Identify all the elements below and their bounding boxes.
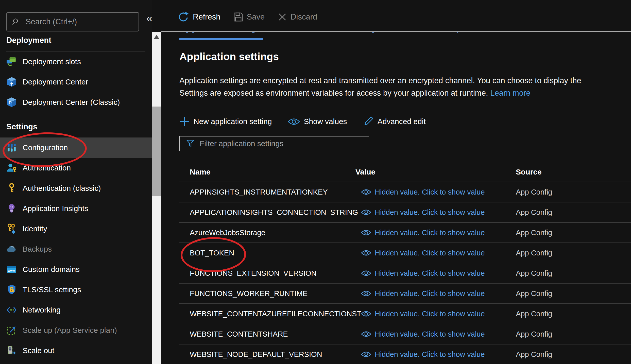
setting-name: WEBSITE_CONTENTAZUREFILECONNECTIONST: [190, 304, 361, 324]
setting-value-cell: Hidden value. Click to show value: [361, 243, 485, 263]
setting-source: App Config: [516, 223, 552, 242]
sidebar-item-label: Scale up (App Service plan): [23, 326, 117, 335]
hidden-value-link[interactable]: Hidden value. Click to show value: [375, 188, 485, 196]
table-row[interactable]: FUNCTIONS_EXTENSION_VERSION Hidden value…: [179, 263, 631, 284]
setting-name: FUNCTIONS_WORKER_RUNTIME: [190, 284, 308, 303]
hidden-value-link[interactable]: Hidden value. Click to show value: [375, 249, 485, 257]
hidden-value-link[interactable]: Hidden value. Click to show value: [375, 330, 485, 338]
deployment-center-icon: [6, 77, 17, 87]
sidebar-item[interactable]: Deployment slots: [0, 51, 152, 72]
hidden-eye-icon: [361, 188, 371, 196]
advanced-edit-button[interactable]: Advanced edit: [363, 116, 426, 127]
new-application-setting-button[interactable]: New application setting: [179, 116, 272, 127]
table-row[interactable]: WEBSITE_NODE_DEFAULT_VERSION Hidden valu…: [179, 344, 631, 364]
sidebar-item-label: Authentication: [23, 164, 71, 172]
sidebar-item-label: Identity: [23, 224, 47, 233]
setting-value-cell: Hidden value. Click to show value: [361, 324, 485, 344]
hidden-eye-icon: [361, 270, 371, 277]
deployment-items: Deployment slots Deployment Center Dep: [0, 51, 152, 112]
filter-application-settings-box[interactable]: [179, 136, 369, 151]
table-row[interactable]: AzureWebJobsStorage Hidden value. Click …: [179, 223, 631, 243]
configuration-icon: [6, 142, 17, 153]
table-row[interactable]: APPINSIGHTS_INSTRUMENTATIONKEY Hidden va…: [179, 182, 631, 202]
table-row[interactable]: APPLICATIONINSIGHTS_CONNECTION_STRING Hi…: [179, 202, 631, 223]
eye-icon: [288, 117, 300, 126]
setting-value-cell: Hidden value. Click to show value: [361, 263, 485, 283]
setting-value-cell: Hidden value. Click to show value: [361, 202, 485, 222]
sidebar-item-label: Deployment slots: [23, 57, 81, 66]
sidebar-item[interactable]: Authentication: [0, 158, 152, 178]
hidden-value-link[interactable]: Hidden value. Click to show value: [375, 208, 485, 217]
hidden-eye-icon: [361, 249, 371, 256]
scrollbar-thumb[interactable]: [152, 107, 161, 196]
sidebar-item[interactable]: TLS/SSL settings: [0, 280, 152, 300]
table-row[interactable]: WEBSITE_CONTENTSHARE Hidden value. Click…: [179, 324, 631, 344]
show-values-button[interactable]: Show values: [288, 117, 347, 126]
identity-icon: [6, 223, 17, 234]
sidebar-item[interactable]: Application Insights: [0, 198, 152, 219]
save-button[interactable]: Save: [233, 12, 265, 22]
save-icon: [233, 12, 243, 22]
search-icon: [11, 17, 21, 26]
new-application-setting-label: New application setting: [194, 117, 272, 126]
deployment-center-classic-icon: [6, 97, 17, 108]
sidebar-item-label: Application Insights: [23, 204, 88, 213]
hidden-eye-icon: [361, 310, 371, 317]
setting-value-cell: Hidden value. Click to show value: [361, 344, 485, 364]
hidden-eye-icon: [361, 331, 371, 338]
setting-source: App Config: [516, 182, 552, 202]
sidebar-section-deployment: Deployment Deployment slots Deployment: [0, 35, 152, 112]
blade-top-divider: [161, 31, 631, 32]
azure-portal-screen: Deployment Deployment slots Deployment: [0, 0, 631, 364]
hidden-value-link[interactable]: Hidden value. Click to show value: [375, 289, 485, 298]
sidebar-item-label: Networking: [23, 306, 61, 314]
table-row[interactable]: BOT_TOKEN Hidden value. Click to show va…: [179, 243, 631, 263]
settings-action-bar: New application setting Show values Adva…: [179, 116, 426, 127]
sidebar-item[interactable]: Scale up (App Service plan): [0, 320, 152, 340]
scrollbar-up-arrow-icon[interactable]: [152, 32, 161, 42]
sidebar-nav: Deployment Deployment slots Deployment: [0, 35, 152, 361]
setting-name: FUNCTIONS_EXTENSION_VERSION: [190, 263, 317, 283]
networking-icon: [6, 305, 17, 315]
tls-ssl-icon: [6, 284, 17, 295]
setting-source: App Config: [516, 324, 552, 344]
sidebar-item[interactable]: Networking: [0, 300, 152, 320]
sidebar-item[interactable]: Scale out: [0, 340, 152, 361]
scale-out-icon: [6, 345, 17, 356]
hidden-value-link[interactable]: Hidden value. Click to show value: [375, 269, 485, 278]
setting-name: WEBSITE_NODE_DEFAULT_VERSION: [190, 344, 322, 364]
hidden-value-link[interactable]: Hidden value. Click to show value: [375, 350, 485, 359]
table-body: APPINSIGHTS_INSTRUMENTATIONKEY Hidden va…: [179, 182, 631, 364]
setting-name: BOT_TOKEN: [190, 243, 234, 263]
sidebar-item[interactable]: www Custom domains: [0, 259, 152, 280]
setting-source: App Config: [516, 304, 552, 324]
table-row[interactable]: FUNCTIONS_WORKER_RUNTIME Hidden value. C…: [179, 284, 631, 304]
setting-name: WEBSITE_CONTENTSHARE: [190, 324, 288, 344]
sidebar-item[interactable]: Identity: [0, 219, 152, 239]
hidden-value-link[interactable]: Hidden value. Click to show value: [375, 229, 485, 237]
column-header-name: Name: [190, 162, 211, 182]
learn-more-link[interactable]: Learn more: [490, 89, 531, 97]
sidebar-item[interactable]: Backups: [0, 239, 152, 259]
sidebar-search-box[interactable]: [6, 12, 139, 31]
setting-name: AzureWebJobsStorage: [190, 223, 265, 242]
discard-button[interactable]: Discard: [278, 12, 317, 22]
sidebar-item[interactable]: Deployment Center: [0, 72, 152, 92]
table-row[interactable]: WEBSITE_CONTENTAZUREFILECONNECTIONST Hid…: [179, 304, 631, 324]
sidebar-scrollbar[interactable]: [152, 32, 161, 364]
sidebar-section-settings: Settings Configuration Authentication: [0, 121, 152, 361]
filter-funnel-icon: [185, 139, 195, 148]
sidebar-item[interactable]: Configuration: [0, 137, 152, 158]
sidebar-item[interactable]: Authentication (classic): [0, 178, 152, 198]
sidebar-item-label: Custom domains: [23, 265, 80, 274]
setting-source: App Config: [516, 284, 552, 303]
refresh-button[interactable]: Refresh: [178, 11, 220, 23]
application-settings-table: Name Value Source APPINSIGHTS_INSTRUMENT…: [179, 162, 631, 364]
setting-source: App Config: [516, 202, 552, 222]
search-input[interactable]: [25, 17, 128, 27]
filter-input[interactable]: [199, 139, 357, 148]
setting-value-cell: Hidden value. Click to show value: [361, 284, 485, 303]
sidebar-item[interactable]: Deployment Center (Classic): [0, 92, 152, 112]
hidden-value-link[interactable]: Hidden value. Click to show value: [375, 310, 485, 318]
collapse-blade-chevrons-icon[interactable]: «: [146, 11, 153, 25]
